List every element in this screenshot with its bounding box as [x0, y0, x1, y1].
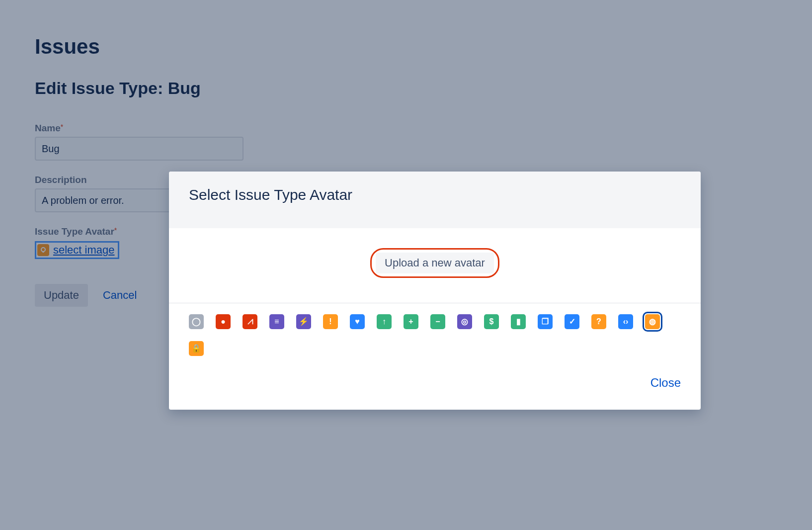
- minus-icon[interactable]: −: [430, 314, 445, 329]
- lines-icon[interactable]: ≡: [269, 314, 284, 329]
- record-icon[interactable]: ●: [216, 314, 231, 329]
- bulb-icon-glyph: ◍: [649, 318, 656, 326]
- question-icon-glyph: ?: [596, 318, 601, 326]
- target-icon-glyph: ◎: [461, 318, 468, 326]
- dialog-footer: Close: [169, 361, 701, 410]
- dialog-header: Select Issue Type Avatar: [169, 172, 701, 228]
- record-icon-glyph: ●: [221, 318, 226, 326]
- copy-icon-glyph: ❐: [542, 318, 549, 326]
- lock-icon[interactable]: 🔒: [189, 341, 204, 356]
- upload-highlight: Upload a new avatar: [370, 248, 499, 278]
- bolt-icon-glyph: ⚡: [299, 318, 309, 326]
- plus-icon[interactable]: +: [404, 314, 418, 329]
- minus-icon-glyph: −: [435, 318, 440, 326]
- pulse-icon[interactable]: ⩘: [243, 314, 257, 329]
- heart-icon[interactable]: ♥: [350, 314, 365, 329]
- dialog-upload-area: Upload a new avatar: [169, 228, 701, 303]
- bookmark-icon[interactable]: ▮: [511, 314, 526, 329]
- avatar-grid: ◯●⩘≡⚡!♥↑+−◎$▮❐✓?‹›◍🔒: [169, 303, 701, 361]
- arrow-up-icon-glyph: ↑: [382, 318, 386, 326]
- warning-icon-glyph: !: [329, 318, 331, 326]
- close-button[interactable]: Close: [650, 376, 681, 389]
- check-icon-glyph: ✓: [569, 318, 575, 326]
- lock-icon-glyph: 🔒: [191, 345, 201, 353]
- question-icon[interactable]: ?: [591, 314, 606, 329]
- bookmark-icon-glyph: ▮: [516, 318, 521, 326]
- code-icon-glyph: ‹›: [623, 318, 629, 326]
- target-icon[interactable]: ◎: [457, 314, 472, 329]
- circle-icon[interactable]: ◯: [189, 314, 204, 329]
- heart-icon-glyph: ♥: [355, 318, 360, 326]
- dollar-icon[interactable]: $: [484, 314, 499, 329]
- warning-icon[interactable]: !: [323, 314, 338, 329]
- upload-avatar-button[interactable]: Upload a new avatar: [376, 253, 494, 273]
- circle-icon-glyph: ◯: [192, 318, 201, 326]
- bulb-icon[interactable]: ◍: [645, 314, 660, 329]
- code-icon[interactable]: ‹›: [618, 314, 633, 329]
- dialog-title: Select Issue Type Avatar: [189, 186, 681, 203]
- copy-icon[interactable]: ❐: [538, 314, 553, 329]
- arrow-up-icon[interactable]: ↑: [377, 314, 392, 329]
- avatar-dialog: Select Issue Type Avatar Upload a new av…: [169, 172, 701, 410]
- check-icon[interactable]: ✓: [565, 314, 579, 329]
- bolt-icon[interactable]: ⚡: [296, 314, 311, 329]
- lines-icon-glyph: ≡: [274, 318, 279, 326]
- dollar-icon-glyph: $: [489, 318, 494, 326]
- pulse-icon-glyph: ⩘: [246, 318, 254, 326]
- plus-icon-glyph: +: [408, 318, 413, 326]
